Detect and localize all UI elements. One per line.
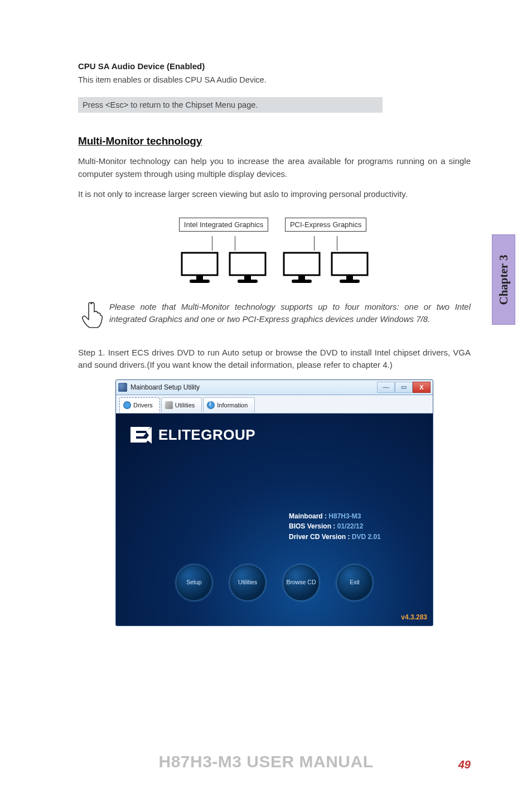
- info-icon: [207, 401, 215, 409]
- monitors-row: [282, 251, 370, 285]
- window-title: Mainboard Setup Utility: [130, 383, 374, 391]
- connector-row: [212, 236, 235, 251]
- titlebar: Mainboard Setup Utility — ▭ X: [116, 380, 433, 395]
- monitor-group-integrated: Intel Integrated Graphics: [179, 218, 268, 285]
- tab-utilities[interactable]: Utilities: [161, 397, 202, 412]
- footer-title: H87H3-M3 USER MANUAL: [0, 752, 532, 771]
- cd-value: DVD 2.01: [352, 533, 381, 541]
- button-label: Setup: [186, 579, 201, 586]
- maximize-button[interactable]: ▭: [395, 382, 413, 393]
- system-info: Mainboard : H87H3-M3 BIOS Version : 01/2…: [289, 511, 381, 542]
- mm-para-2: It is not only to increase larger screen…: [78, 188, 471, 201]
- monitor-icon: [330, 251, 370, 285]
- utility-body: ELITEGROUP Mainboard : H87H3-M3 BIOS Ver…: [116, 414, 433, 626]
- app-icon: [118, 383, 127, 392]
- monitor-diagram: Intel Integrated Graphics PCI-Express Gr…: [78, 218, 471, 285]
- mm-para-1: Multi-Monitor technology can help you to…: [78, 155, 471, 180]
- tab-drivers[interactable]: Drivers: [119, 397, 160, 413]
- connector-line: [212, 236, 212, 251]
- svg-rect-11: [340, 280, 360, 283]
- monitor-group-pcie: PCI-Express Graphics: [282, 218, 370, 285]
- svg-rect-1: [196, 275, 203, 280]
- svg-rect-0: [182, 253, 217, 275]
- cpu-sa-desc: This item enables or disables CPU SA Aud…: [78, 74, 471, 86]
- svg-rect-8: [292, 280, 312, 283]
- version-text: v4.3.283: [401, 613, 427, 621]
- page-number: 49: [458, 758, 471, 771]
- exit-button[interactable]: Exit: [336, 564, 373, 601]
- bios-label: BIOS Version :: [289, 522, 337, 530]
- tab-information[interactable]: Information: [203, 397, 255, 412]
- mainboard-value: H87H3-M3: [328, 512, 361, 520]
- connector-line: [337, 236, 337, 251]
- integrated-label: Intel Integrated Graphics: [179, 218, 268, 232]
- tab-label: Information: [217, 402, 248, 408]
- svg-rect-2: [190, 280, 210, 283]
- section-title: Multi-Monitor technology: [78, 135, 471, 147]
- footer: H87H3-M3 USER MANUAL: [0, 752, 532, 771]
- connector-line: [235, 236, 235, 251]
- mainboard-label: Mainboard :: [289, 512, 328, 520]
- svg-rect-4: [244, 275, 251, 280]
- setup-utility-window: Mainboard Setup Utility — ▭ X Drivers Ut…: [115, 379, 433, 626]
- monitors-row: [180, 251, 268, 285]
- svg-rect-10: [346, 275, 353, 280]
- setup-button[interactable]: Setup: [176, 564, 212, 601]
- brand: ELITEGROUP: [129, 426, 255, 445]
- tab-label: Utilities: [175, 402, 195, 408]
- tab-label: Drivers: [133, 402, 153, 408]
- ecs-logo-icon: [129, 426, 154, 445]
- browse-cd-button[interactable]: Browse CD: [283, 564, 320, 601]
- chapter-tab: Chapter 3: [492, 234, 515, 325]
- svg-rect-6: [284, 253, 320, 275]
- brand-text: ELITEGROUP: [158, 426, 255, 444]
- utilities-button[interactable]: Utilities: [229, 564, 266, 601]
- tool-icon: [165, 401, 173, 409]
- cd-icon: [123, 401, 131, 409]
- esc-hint-box: Press <Esc> to return to the Chipset Men…: [78, 97, 383, 113]
- connector-line: [314, 236, 315, 251]
- monitor-icon: [228, 251, 268, 285]
- svg-rect-7: [298, 275, 305, 280]
- button-label: Utilities: [238, 579, 257, 586]
- step-1-text: Step 1. Insert ECS drives DVD to run Aut…: [78, 347, 471, 372]
- connector-row: [314, 236, 337, 251]
- chapter-label: Chapter 3: [497, 254, 511, 305]
- svg-rect-3: [230, 253, 265, 275]
- bios-value: 01/22/12: [337, 522, 364, 530]
- minimize-button[interactable]: —: [377, 382, 395, 393]
- pcie-label: PCI-Express Graphics: [285, 218, 367, 232]
- tab-bar: Drivers Utilities Information: [116, 395, 433, 414]
- button-label: Browse CD: [286, 579, 316, 586]
- monitor-icon: [282, 251, 322, 285]
- svg-rect-9: [332, 253, 367, 275]
- round-buttons: Setup Utilities Browse CD Exit: [116, 564, 433, 601]
- note-text: Please note that Multi-Monitor technolog…: [109, 301, 471, 331]
- note-block: Please note that Multi-Monitor technolog…: [78, 301, 471, 331]
- svg-rect-5: [238, 280, 258, 283]
- button-label: Exit: [350, 579, 360, 586]
- hand-icon: [78, 301, 104, 331]
- close-button[interactable]: X: [413, 382, 431, 393]
- cpu-sa-heading: CPU SA Audio Device (Enabled): [78, 61, 471, 71]
- monitor-icon: [180, 251, 220, 285]
- cd-label: Driver CD Version :: [289, 533, 352, 541]
